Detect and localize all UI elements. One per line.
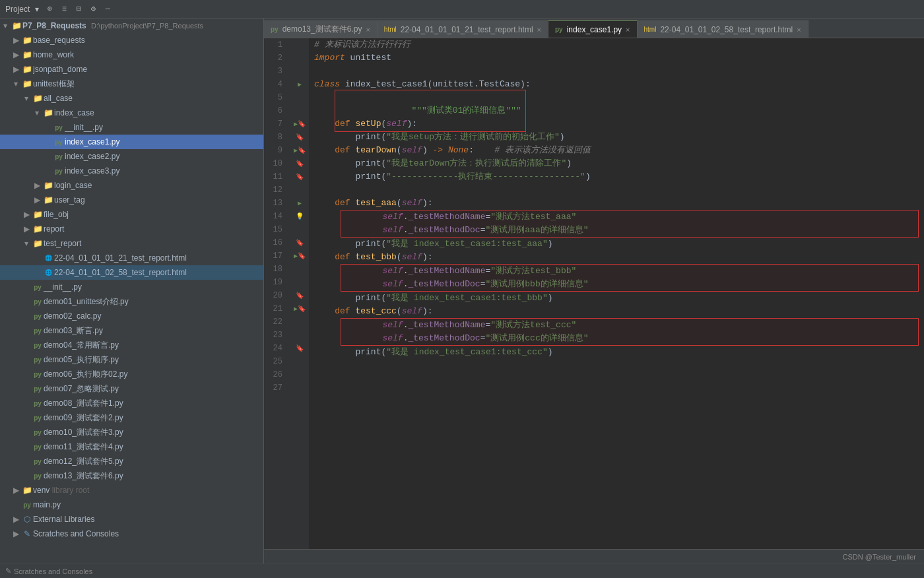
- tab-close-icon[interactable]: ×: [537, 26, 541, 34]
- tab-index-case1[interactable]: py index_case1.py ×: [548, 20, 638, 38]
- sidebar-item-demo08[interactable]: py demo08_测试套件1.py: [0, 396, 263, 410]
- tab-close-icon[interactable]: ×: [626, 26, 630, 34]
- folder-icon: 📁: [32, 210, 44, 219]
- sidebar-item-external-libs[interactable]: ▶ ⬡ External Libraries: [0, 512, 263, 527]
- sidebar-item-demo10[interactable]: py demo10_测试套件3.py: [0, 425, 263, 439]
- sidebar-item-base-requests[interactable]: ▶ 📁 base_requests: [0, 33, 263, 48]
- string-14: "测试方法test_aaa": [490, 210, 576, 224]
- gutter-21[interactable]: ▶ 🔖: [290, 302, 309, 315]
- line-num-6: 6: [264, 104, 286, 117]
- folder-icon: 📁: [21, 65, 33, 74]
- tab-label: index_case1.py: [567, 25, 622, 34]
- toolbar-icon-collapse[interactable]: ⊟: [73, 4, 84, 15]
- folder-icon: 📁: [42, 108, 54, 117]
- toolbar-icon-list[interactable]: ≡: [59, 4, 69, 15]
- sidebar-item-demo12[interactable]: py demo12_测试套件5.py: [0, 454, 263, 468]
- sidebar-item-report[interactable]: ▶ 📁 report: [0, 222, 263, 236]
- toolbar-icon-sync[interactable]: ⊕: [44, 4, 55, 15]
- kw-def: def: [335, 305, 350, 318]
- tree-arrow: ▶: [11, 486, 21, 495]
- sidebar-item-all-case[interactable]: ▾ 📁 all_case: [0, 91, 263, 106]
- line-num-12: 12: [264, 183, 286, 197]
- project-dropdown-icon[interactable]: ▾: [35, 5, 39, 14]
- sidebar-item-scratches[interactable]: ▶ ✎ Scratches and Consoles: [0, 527, 263, 541]
- code-line-9: def tearDown ( self ) -> None : # 表示该方法没…: [314, 144, 919, 157]
- tree-arrow: ▶: [11, 529, 21, 538]
- gutter-18: [290, 263, 309, 276]
- gutter-13[interactable]: ▶: [290, 197, 309, 210]
- sidebar-item-demo05[interactable]: py demo05_执行顺序.py: [0, 352, 263, 367]
- sidebar-item-index-case3[interactable]: py index_case3.py: [0, 164, 263, 178]
- line-num-20: 20: [264, 289, 286, 302]
- sidebar-item-html2[interactable]: 🌐 22-04_01_01_02_58_test_report.html: [0, 265, 263, 280]
- sidebar-item-venv[interactable]: ▶ 📁 venv library root: [0, 483, 263, 498]
- code-content[interactable]: # 来标识该方法行行行行 import unittest class index…: [309, 38, 924, 549]
- code-editor[interactable]: 1 2 3 4 5 6 7 8 9 10 11 12 13 14 15 16 1: [264, 38, 924, 549]
- folder-icon: 📁: [21, 79, 33, 88]
- none-kw: None: [448, 144, 469, 157]
- string-23: "测试用例ccc的详细信息": [485, 332, 588, 345]
- bookmark-8: 🔖: [296, 133, 304, 141]
- string-11: "-------------执行结束-----------------": [386, 170, 585, 183]
- sidebar-item-unittest[interactable]: ▾ 📁 unittest框架: [0, 77, 263, 91]
- sidebar-item-demo09[interactable]: py demo09_测试套件2.py: [0, 410, 263, 425]
- sidebar-item-index-case1[interactable]: py index_case1.py: [0, 135, 263, 149]
- comment-1: # 来标识该方法行行行行: [314, 38, 411, 51]
- folder-icon-root: 📁: [11, 21, 22, 30]
- sidebar-item-demo07[interactable]: py demo07_忽略测试.py: [0, 381, 263, 396]
- string-19: "测试用例bbb的详细信息": [485, 278, 588, 291]
- line-num-2: 2: [264, 51, 286, 65]
- sidebar-item-demo01[interactable]: py demo01_unittest介绍.py: [0, 294, 263, 309]
- sidebar-item-home-work[interactable]: ▶ 📁 home_work: [0, 48, 263, 62]
- scratches-consoles[interactable]: ✎ Scratches and Consoles: [5, 567, 92, 575]
- print-fn: print: [355, 157, 381, 170]
- red-box-aaa: self . _testMethodName = "测试方法test_aaa" …: [341, 210, 919, 238]
- sidebar-item-demo06[interactable]: py demo06_执行顺序02.py: [0, 367, 263, 381]
- gutter-26: [290, 368, 309, 381]
- tab-report2[interactable]: html 22-04_01_01_02_58_test_report.html …: [638, 20, 808, 38]
- sidebar-item-test-report[interactable]: ▾ 📁 test_report: [0, 236, 263, 251]
- sidebar-item-index-case[interactable]: ▾ 📁 index_case: [0, 106, 263, 120]
- red-box-group-ccc: self . _testMethodName = "测试方法test_ccc" …: [314, 318, 919, 346]
- sidebar-item-user-tag[interactable]: ▶ 📁 user_tag: [0, 193, 263, 207]
- gutter-4[interactable]: ▶: [290, 78, 309, 91]
- gutter: ▶ ▶ 🔖 🔖 ▶ 🔖 🔖: [290, 38, 309, 549]
- tab-close-icon[interactable]: ×: [797, 26, 801, 34]
- lib-icon: ⬡: [21, 515, 33, 524]
- tab-report1[interactable]: html 22-04_01_01_01_21_test_report.html …: [378, 20, 548, 38]
- code-line-23: self . _testMethodDoc = "测试用例ccc的详细信息": [341, 332, 918, 345]
- attr-methoddoc: _testMethodDoc: [408, 278, 480, 291]
- tab-close-icon[interactable]: ×: [366, 26, 370, 34]
- sidebar-item-html1[interactable]: 🌐 22-04_01_01_01_21_test_report.html: [0, 251, 263, 265]
- sidebar-item-demo04[interactable]: py demo04_常用断言.py: [0, 338, 263, 352]
- sidebar-item-demo11[interactable]: py demo11_测试套件4.py: [0, 439, 263, 454]
- bookmark-21: 🔖: [298, 305, 306, 313]
- gutter-17[interactable]: ▶ 🔖: [290, 249, 309, 263]
- code-line-20: print ( "我是 index_test_case1:test_bbb" ): [314, 292, 919, 305]
- tab-demo13[interactable]: py demo13_测试套件6.py ×: [264, 20, 378, 38]
- sidebar-item-index-case2[interactable]: py index_case2.py: [0, 149, 263, 164]
- sidebar-project-root[interactable]: ▾ 📁 P7_P8_Requests D:\pythonProject\P7_P…: [0, 18, 263, 33]
- toolbar-icon-minimize[interactable]: —: [102, 4, 113, 15]
- toolbar-icon-settings[interactable]: ⚙: [88, 4, 98, 15]
- sidebar-item-main[interactable]: py main.py: [0, 498, 263, 512]
- tree-arrow: ▾: [21, 94, 32, 103]
- run-icon-4[interactable]: ▶: [298, 80, 302, 88]
- code-line-26: [314, 372, 919, 385]
- sidebar-item-jsonpath[interactable]: ▶ 📁 jsonpath_dome: [0, 62, 263, 77]
- sidebar-item-login-case[interactable]: ▶ 📁 login_case: [0, 178, 263, 193]
- sidebar-item-file-obj[interactable]: ▶ 📁 file_obj: [0, 207, 263, 222]
- line-num-16: 16: [264, 236, 286, 249]
- run-icon-13[interactable]: ▶: [298, 199, 302, 207]
- kw-def: def: [335, 117, 350, 131]
- self-param: self: [386, 117, 407, 131]
- sidebar-item-demo03[interactable]: py demo03_断言.py: [0, 323, 263, 338]
- gutter-2: [290, 51, 309, 65]
- sidebar-item-init2[interactable]: py __init__.py: [0, 280, 263, 294]
- gutter-20: 🔖: [290, 289, 309, 302]
- title-bar: Project ▾ ⊕ ≡ ⊟ ⚙ —: [0, 0, 924, 18]
- sidebar-item-init-py[interactable]: py __init__.py: [0, 120, 263, 135]
- sidebar-item-demo02[interactable]: py demo02_calc.py: [0, 309, 263, 323]
- sidebar-item-demo13[interactable]: py demo13_测试套件6.py: [0, 468, 263, 483]
- bookmark-16: 🔖: [296, 239, 304, 247]
